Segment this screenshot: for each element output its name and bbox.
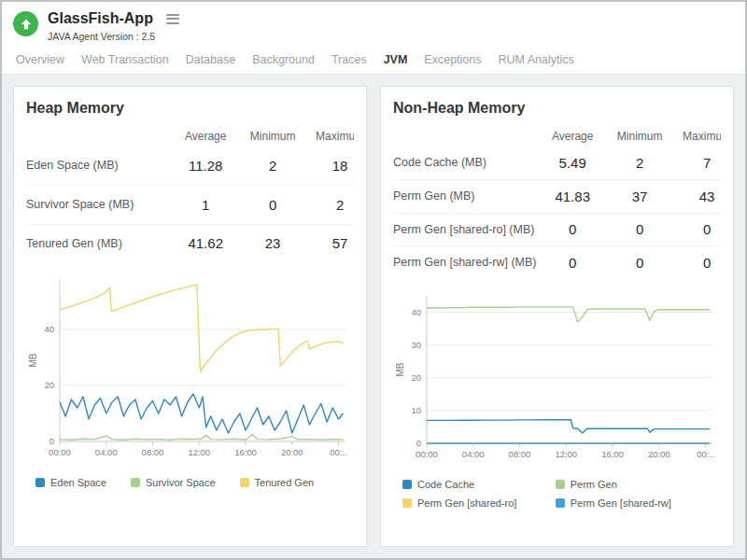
svg-text:12:00: 12:00: [555, 449, 577, 459]
stat-average: 0: [539, 213, 606, 246]
heap-stats-table: Average Minimum Maximum Eden Space (MB) …: [26, 124, 354, 262]
legend-item-perm-gen-shared-rw[interactable]: Perm Gen [shared-rw]: [556, 497, 702, 509]
table-row: Perm Gen (MB) 41.83 37 43: [393, 179, 721, 213]
svg-text:20:00: 20:00: [648, 449, 670, 459]
svg-text:04:00: 04:00: [95, 447, 118, 457]
app-status-up-icon: [13, 11, 38, 36]
agent-version-label: JAVA Agent Version : 2.5: [48, 31, 181, 42]
tab-exceptions[interactable]: Exceptions: [416, 47, 489, 74]
table-row: Perm Gen [shared-rw] (MB) 0 0 0: [393, 246, 721, 279]
legend-item-survivor-space[interactable]: Survivor Space: [131, 477, 216, 488]
col-minimum: Minimum: [239, 124, 306, 147]
stat-maximum: 57: [306, 224, 354, 262]
stat-maximum: 2: [306, 185, 354, 224]
svg-text:10: 10: [411, 405, 421, 415]
col-maximum: Maximum: [306, 124, 354, 147]
svg-text:00:..: 00:..: [330, 447, 347, 457]
panel-title-heap: Heap Memory: [26, 100, 354, 117]
tab-rum-analytics[interactable]: RUM Analytics: [490, 47, 583, 74]
svg-text:MB: MB: [395, 362, 405, 376]
stat-minimum: 23: [239, 224, 306, 262]
tab-bar: Overview Web Transaction Database Backgr…: [2, 47, 745, 75]
stat-label: Perm Gen [shared-rw] (MB): [393, 246, 539, 279]
title-block: GlassFish-App JAVA Agent Version : 2.5: [48, 9, 181, 42]
tab-overview[interactable]: Overview: [7, 47, 73, 74]
stat-label: Tenured Gen (MB): [26, 224, 172, 262]
tab-traces[interactable]: Traces: [323, 47, 375, 74]
stat-minimum: 0: [239, 185, 306, 224]
stat-maximum: 18: [306, 147, 354, 185]
non-heap-memory-chart: 01020304000:0004:0008:0012:0016:0020:000…: [393, 288, 720, 468]
heap-legend: Eden Space Survivor Space Tenured Gen: [26, 473, 354, 492]
legend-label: Perm Gen [shared-rw]: [571, 497, 671, 509]
svg-text:00:00: 00:00: [49, 447, 71, 457]
legend-label: Code Cache: [417, 479, 474, 490]
menu-icon[interactable]: [164, 9, 181, 28]
tab-jvm[interactable]: JVM: [375, 47, 416, 74]
perm-gen-shared-ro-swatch: [402, 498, 412, 508]
stat-label: Perm Gen (MB): [393, 179, 539, 213]
legend-item-eden-space[interactable]: Eden Space: [35, 477, 106, 488]
stat-label: Perm Gen [shared-ro] (MB): [393, 213, 539, 246]
col-average: Average: [539, 124, 606, 147]
svg-text:20:00: 20:00: [281, 447, 303, 457]
table-header-row: Average Minimum Maximum: [393, 124, 721, 147]
table-row: Survivor Space (MB) 1 0 2: [26, 185, 354, 224]
perm-gen-shared-rw-swatch: [556, 498, 565, 508]
stat-average: 41.83: [539, 179, 606, 213]
stat-minimum: 0: [606, 213, 673, 246]
app-header: GlassFish-App JAVA Agent Version : 2.5: [2, 2, 745, 47]
tab-background[interactable]: Background: [244, 47, 323, 74]
stat-label: Code Cache (MB): [393, 147, 539, 179]
table-header-row: Average Minimum Maximum: [26, 124, 354, 147]
stat-minimum: 2: [606, 147, 673, 179]
stat-minimum: 37: [606, 179, 673, 213]
legend-label: Perm Gen: [571, 479, 617, 490]
perm-gen-swatch: [556, 480, 565, 489]
table-row: Code Cache (MB) 5.49 2 7: [393, 147, 721, 179]
dashboard-content: Heap Memory Average Minimum Maximum Eden: [2, 75, 745, 558]
svg-text:00:00: 00:00: [416, 449, 438, 459]
stat-minimum: 0: [606, 246, 673, 279]
up-arrow-icon: [20, 18, 33, 31]
heap-memory-panel: Heap Memory Average Minimum Maximum Eden: [13, 86, 367, 547]
stat-maximum: 0: [673, 213, 721, 246]
svg-text:40: 40: [44, 324, 54, 334]
legend-item-perm-gen[interactable]: Perm Gen: [556, 479, 702, 490]
stat-average: 11.28: [172, 147, 239, 185]
stat-average: 41.62: [172, 224, 239, 262]
heap-memory-chart: 0204000:0004:0008:0012:0016:0020:0000:..…: [26, 272, 353, 466]
table-row: Tenured Gen (MB) 41.62 23 57: [26, 224, 354, 262]
stat-maximum: 0: [673, 246, 721, 279]
legend-item-tenured-gen[interactable]: Tenured Gen: [240, 477, 315, 488]
stat-maximum: 7: [673, 147, 721, 179]
svg-text:MB: MB: [28, 353, 38, 367]
legend-label: Survivor Space: [146, 477, 216, 488]
svg-text:30: 30: [411, 340, 421, 350]
legend-item-code-cache[interactable]: Code Cache: [402, 479, 549, 490]
legend-label: Perm Gen [shared-ro]: [417, 497, 516, 509]
table-row: Eden Space (MB) 11.28 2 18: [26, 147, 354, 185]
tab-web-transaction[interactable]: Web Transaction: [73, 47, 177, 74]
svg-text:0: 0: [49, 436, 54, 446]
survivor-space-swatch: [131, 478, 140, 487]
col-minimum: Minimum: [606, 124, 673, 147]
stat-maximum: 43: [673, 179, 721, 213]
code-cache-swatch: [402, 480, 412, 489]
legend-item-perm-gen-shared-ro[interactable]: Perm Gen [shared-ro]: [402, 497, 549, 509]
non-heap-legend: Code Cache Perm Gen Perm Gen [shared-ro]…: [393, 475, 721, 512]
svg-text:00:..: 00:..: [697, 449, 714, 459]
svg-text:20: 20: [44, 380, 54, 390]
col-maximum: Maximum: [673, 124, 721, 147]
svg-text:16:00: 16:00: [234, 447, 257, 457]
svg-text:40: 40: [411, 307, 421, 317]
tab-database[interactable]: Database: [177, 47, 245, 74]
app-title: GlassFish-App: [48, 10, 153, 27]
eden-space-swatch: [35, 478, 45, 487]
col-average: Average: [172, 124, 239, 147]
stat-average: 1: [172, 185, 239, 224]
svg-text:08:00: 08:00: [142, 447, 164, 457]
svg-text:08:00: 08:00: [509, 449, 531, 459]
stat-label: Eden Space (MB): [26, 147, 172, 185]
table-row: Perm Gen [shared-ro] (MB) 0 0 0: [393, 213, 721, 246]
